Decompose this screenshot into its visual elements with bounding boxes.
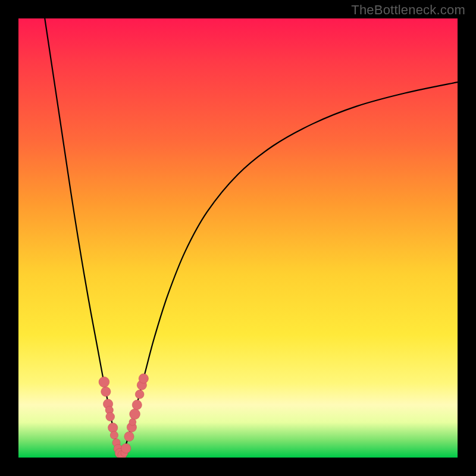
plot-area — [18, 18, 458, 458]
sample-dot — [129, 418, 136, 425]
sample-dot — [106, 412, 115, 421]
curve-right-branch — [122, 82, 458, 455]
watermark-text: TheBottleneck.com — [351, 2, 465, 18]
sample-dot — [99, 377, 109, 387]
sample-dot — [121, 443, 131, 453]
chart-frame: TheBottleneck.com — [0, 0, 476, 476]
sample-dot — [139, 374, 148, 383]
bottleneck-curve-svg — [18, 18, 458, 458]
sample-dot — [101, 387, 111, 396]
sample-dots-group — [99, 374, 148, 458]
sample-dot — [135, 390, 144, 399]
sample-dot — [108, 423, 118, 433]
sample-dot — [132, 400, 142, 409]
sample-dot — [124, 431, 134, 441]
sample-dot — [110, 431, 118, 439]
sample-dot — [130, 409, 140, 419]
